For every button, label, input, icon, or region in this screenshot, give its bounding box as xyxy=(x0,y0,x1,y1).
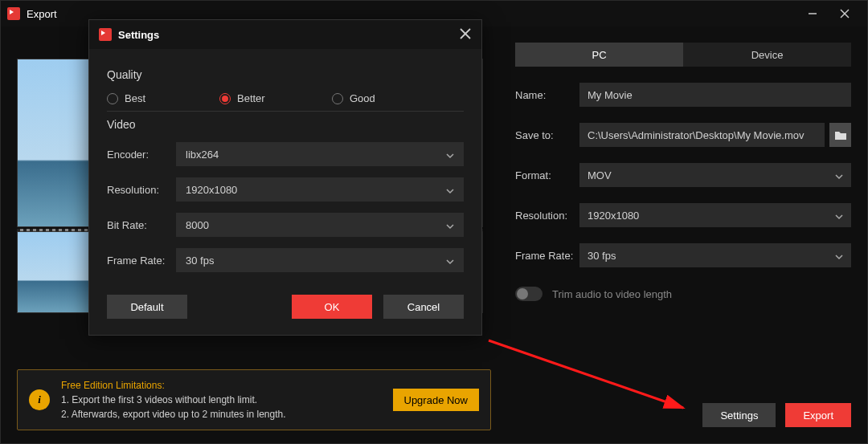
cancel-button[interactable]: Cancel xyxy=(383,295,464,319)
m-resolution-select[interactable]: 1920x1080 xyxy=(176,177,464,202)
quality-best-radio[interactable]: Best xyxy=(107,92,219,104)
default-button[interactable]: Default xyxy=(107,295,187,319)
banner-title: Free Edition Limitations: xyxy=(61,378,382,393)
m-framerate-select[interactable]: 30 fps xyxy=(176,248,464,272)
trim-audio-label: Trim audio to video length xyxy=(552,288,672,300)
limitation-banner: i Free Edition Limitations: 1. Export th… xyxy=(17,369,491,430)
chevron-down-icon xyxy=(835,171,843,179)
saveto-label: Save to: xyxy=(515,129,579,141)
resolution-select[interactable]: 1920x1080 xyxy=(579,203,851,227)
m-resolution-label: Resolution: xyxy=(107,184,176,196)
tab-pc[interactable]: PC xyxy=(515,43,683,67)
settings-button[interactable]: Settings xyxy=(702,403,776,427)
chevron-down-icon xyxy=(446,185,454,193)
chevron-down-icon xyxy=(446,256,454,264)
m-framerate-label: Frame Rate: xyxy=(107,255,176,267)
format-label: Format: xyxy=(515,169,579,181)
dialog-close-button[interactable] xyxy=(459,27,472,43)
bitrate-label: Bit Rate: xyxy=(107,219,176,231)
ok-button[interactable]: OK xyxy=(292,295,372,319)
browse-button[interactable] xyxy=(829,123,851,147)
chevron-down-icon xyxy=(835,251,843,259)
video-header: Video xyxy=(107,118,464,131)
app-icon xyxy=(99,28,112,41)
export-button[interactable]: Export xyxy=(785,403,851,427)
folder-icon xyxy=(834,129,847,141)
chevron-down-icon xyxy=(835,211,843,219)
trim-audio-toggle[interactable] xyxy=(515,287,542,301)
framerate-select[interactable]: 30 fps xyxy=(579,243,851,267)
info-icon: i xyxy=(29,389,50,410)
quality-better-radio[interactable]: Better xyxy=(219,92,332,104)
close-button[interactable] xyxy=(829,1,861,26)
name-input[interactable] xyxy=(579,83,851,107)
framerate-label: Frame Rate: xyxy=(515,250,579,262)
upgrade-button[interactable]: Upgrade Now xyxy=(393,389,480,411)
name-label: Name: xyxy=(515,89,579,101)
settings-dialog: Settings Quality Best Better Good Video … xyxy=(88,19,482,336)
bitrate-select[interactable]: 8000 xyxy=(176,213,464,237)
export-form: PC Device Name: Save to: Format: MOV xyxy=(499,26,867,443)
quality-good-radio[interactable]: Good xyxy=(332,92,444,104)
dialog-title: Settings xyxy=(118,29,159,41)
tab-device[interactable]: Device xyxy=(683,43,851,67)
chevron-down-icon xyxy=(446,150,454,158)
format-select[interactable]: MOV xyxy=(579,163,851,187)
encoder-select[interactable]: libx264 xyxy=(176,142,464,166)
resolution-label: Resolution: xyxy=(515,210,579,222)
banner-line: 1. Export the first 3 videos without len… xyxy=(61,393,382,407)
window-title: Export xyxy=(27,8,57,20)
output-tabs: PC Device xyxy=(515,43,851,67)
minimize-button[interactable] xyxy=(796,1,829,26)
banner-line: 2. Afterwards, export video up to 2 minu… xyxy=(61,407,382,422)
saveto-input[interactable] xyxy=(579,123,825,147)
app-icon xyxy=(7,7,20,20)
chevron-down-icon xyxy=(446,221,454,229)
encoder-label: Encoder: xyxy=(107,149,176,161)
quality-header: Quality xyxy=(107,68,464,81)
